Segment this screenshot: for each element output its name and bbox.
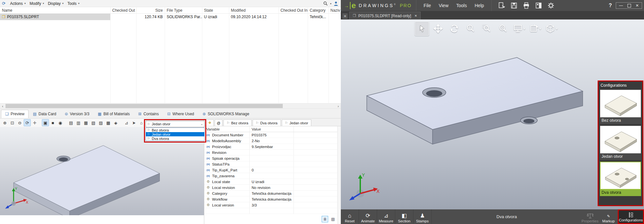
publish-icon[interactable]: [535, 2, 542, 9]
minimize-button[interactable]: —: [619, 4, 623, 7]
card-view-icon[interactable]: ▤: [330, 216, 336, 222]
col-modified[interactable]: Modified: [229, 8, 279, 13]
configurations-button[interactable]: Configurations: [618, 209, 644, 224]
configuration-dropdown[interactable]: ⚐ Jedan otvor ⌄: [146, 121, 205, 127]
zoom-fit-tool-button[interactable]: [496, 21, 510, 36]
tab-data-card[interactable]: ▤ Data Card: [29, 110, 60, 118]
view-back-icon[interactable]: ▥: [75, 119, 82, 126]
display-mode-button[interactable]: ▾: [512, 21, 526, 36]
menu-modify[interactable]: Modify: [28, 1, 46, 6]
variable-row[interactable]: Local revision No revision: [204, 185, 337, 191]
horizontal-scrollbar[interactable]: ‹ ›: [0, 103, 341, 109]
shaded-with-edges-icon[interactable]: ▣: [42, 119, 49, 126]
variable-row[interactable]: Tip_KupK_Part 0: [204, 167, 337, 173]
rotate-icon[interactable]: ⟳: [24, 119, 31, 126]
tab-bill-of-materials[interactable]: ▦ Bill of Materials: [94, 110, 134, 118]
vars-scrollbar[interactable]: [337, 126, 341, 224]
variable-row[interactable]: Spisak operacija: [204, 156, 337, 161]
col-name[interactable]: Name: [0, 8, 110, 13]
chevron-down-icon[interactable]: ▾: [523, 27, 525, 31]
measure-button[interactable]: ⊿ Measure: [377, 209, 395, 224]
rotate-tool-button[interactable]: [447, 21, 461, 36]
document-tab[interactable]: ❒ P010375.SLDPRT [Read-only] ✕: [349, 12, 421, 19]
view-right-icon[interactable]: ▧: [90, 119, 97, 126]
menu-tools-edrw[interactable]: Tools: [452, 1, 471, 10]
save-icon[interactable]: [510, 2, 518, 9]
variable-row[interactable]: Document Number P010375: [204, 132, 337, 138]
search-dropdown-icon[interactable]: ▾: [330, 2, 331, 5]
reset-button[interactable]: ⌂ Reset: [341, 209, 359, 224]
new-tab-button[interactable]: +: [342, 13, 348, 19]
config-jedan-otvor[interactable]: Jedan otvor: [600, 126, 641, 160]
zoom-area-icon[interactable]: ⊡: [9, 119, 16, 126]
configuration-thumbnail[interactable]: [600, 126, 641, 154]
close-tab-icon[interactable]: ✕: [414, 14, 417, 18]
tree-view-icon[interactable]: ≣: [322, 216, 328, 222]
section-button[interactable]: ◧ Section: [395, 209, 413, 224]
part-tab-icon[interactable]: ❖: [206, 119, 214, 126]
col-checked-out-by[interactable]: Checked Out By: [110, 8, 136, 13]
tab-preview[interactable]: ❏ Preview: [1, 110, 29, 118]
settings-gear-icon[interactable]: [547, 2, 555, 9]
select-tool-button[interactable]: [415, 21, 429, 36]
animate-button[interactable]: ⟳ Animate: [359, 209, 377, 224]
model-viewport[interactable]: ▾ ▾ ▾: [341, 19, 644, 209]
menu-file[interactable]: File: [420, 1, 435, 10]
option-bez-otvora[interactable]: ⚐ Bez otvora: [146, 128, 204, 132]
pan-icon[interactable]: ✛: [31, 119, 38, 126]
tab-contains[interactable]: ⊞ Contains: [134, 110, 163, 118]
chevron-down-icon[interactable]: ▾: [539, 27, 541, 31]
config-bez-otvora[interactable]: Bez otvora: [600, 90, 641, 124]
tab-where-used[interactable]: ⊟ Where Used: [163, 110, 198, 118]
col-state[interactable]: State: [202, 8, 229, 13]
pan-tool-button[interactable]: [431, 21, 445, 36]
zoom-tool-button[interactable]: [463, 21, 478, 36]
menu-display[interactable]: Display: [46, 1, 66, 6]
help-icon[interactable]: ?: [609, 3, 612, 8]
zoom-area-tool-button[interactable]: [480, 21, 494, 36]
option-dva-otvora[interactable]: ⚐ Dva otvora: [146, 136, 204, 141]
view-front-icon[interactable]: ▤: [67, 119, 75, 126]
variable-row[interactable]: Revision: [204, 150, 337, 156]
measure-icon[interactable]: ⊿: [123, 119, 130, 126]
close-button[interactable]: ✕: [636, 4, 639, 7]
view-top-icon[interactable]: ▨: [97, 119, 104, 126]
variable-row[interactable]: ModellsAssembly 2-No: [204, 138, 337, 144]
tab-solidworks-manage[interactable]: ⊛ SOLIDWORKS Manage: [198, 110, 254, 118]
user-icon[interactable]: [334, 1, 338, 6]
menu-tools[interactable]: Tools: [66, 1, 81, 6]
variable-row[interactable]: [204, 208, 337, 214]
appearance-button[interactable]: ▾: [528, 21, 543, 36]
stamps-button[interactable]: ♟ Stamps: [413, 209, 432, 224]
search-icon[interactable]: [323, 1, 328, 6]
maximize-button[interactable]: [627, 4, 631, 7]
variable-row[interactable]: Workflow Tehnicka dokumentacija: [204, 196, 337, 202]
zoom-fit-icon[interactable]: ⊕: [1, 119, 8, 126]
tab-version[interactable]: ⊜ Version 3/3: [61, 110, 94, 118]
zoom-icon[interactable]: ⊖: [16, 119, 23, 126]
config-dva-otvora[interactable]: Dva otvora: [600, 162, 641, 196]
view-bottom-icon[interactable]: ▩: [105, 119, 112, 126]
standard-views-button[interactable]: ▾: [544, 21, 559, 36]
vars-tab-jedan-otvor[interactable]: Jedan otvor: [282, 119, 311, 126]
vars-tab-dva-otvora[interactable]: Dva otvora: [253, 119, 281, 126]
configuration-thumbnail[interactable]: [600, 90, 641, 118]
menu-view[interactable]: View: [435, 1, 452, 10]
option-jedan-otvor[interactable]: ⚐ Jedan otvor: [146, 132, 204, 136]
scroll-right-icon[interactable]: ›: [336, 104, 341, 108]
open-icon[interactable]: [498, 2, 505, 9]
markup-button[interactable]: ✎ Markup: [599, 209, 618, 224]
menu-actions[interactable]: Actions: [8, 1, 28, 6]
variable-row[interactable]: Proizvodjac 9.Septembar: [204, 144, 337, 150]
variable-row[interactable]: Tip_zavarena: [204, 173, 337, 179]
chevron-down-icon[interactable]: ▾: [556, 27, 557, 31]
select-icon[interactable]: ➤: [130, 119, 137, 126]
variable-row[interactable]: Category Tehnička dokumentacija: [204, 191, 337, 196]
shaded-icon[interactable]: ■: [49, 119, 56, 126]
table-row[interactable]: ❒P010375.SLDPRT 120.74 KB SOLIDWORKS Par…: [0, 14, 341, 20]
col-checked-out-in[interactable]: Checked Out In: [279, 8, 308, 13]
wireframe-icon[interactable]: ◉: [57, 119, 64, 126]
col-naziv[interactable]: Naziv: [328, 8, 341, 13]
view-left-icon[interactable]: ▦: [82, 119, 89, 126]
configuration-thumbnail[interactable]: [600, 162, 641, 190]
